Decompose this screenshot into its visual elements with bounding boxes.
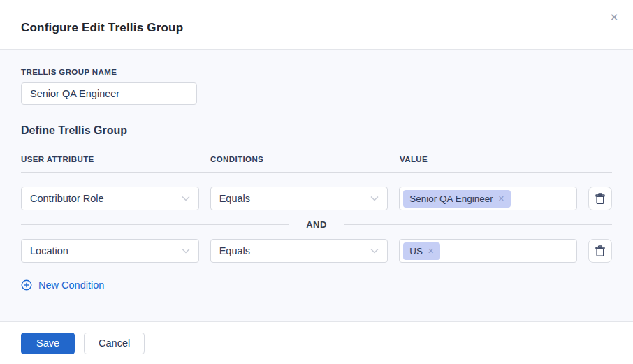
condition-select[interactable]: Equals — [210, 187, 388, 210]
user-attribute-select[interactable]: Location — [21, 239, 199, 263]
condition-selected-value: Equals — [219, 193, 250, 204]
modal-header: Configure Edit Trellis Group ✕ — [0, 0, 633, 50]
separator-line — [21, 224, 289, 225]
chevron-down-icon — [370, 248, 379, 254]
user-attribute-select[interactable]: Contributor Role — [21, 187, 199, 210]
separator-line — [344, 224, 612, 225]
value-column-header: VALUE — [400, 155, 578, 163]
and-label: AND — [289, 219, 344, 230]
value-tag-label: US — [409, 246, 423, 256]
cancel-button[interactable]: Cancel — [84, 333, 145, 354]
conditions-column-headers: USER ATTRIBUTE CONDITIONS VALUE — [21, 155, 612, 173]
value-multiselect[interactable]: US ✕ — [399, 239, 577, 263]
trellis-group-name-field: TRELLIS GROUP NAME — [21, 68, 612, 105]
chevron-down-icon — [182, 196, 190, 201]
modal-footer: Save Cancel — [0, 322, 633, 364]
delete-condition-button[interactable] — [588, 239, 612, 263]
trellis-group-name-input[interactable] — [21, 82, 197, 105]
define-trellis-group-heading: Define Trellis Group — [21, 124, 612, 137]
condition-row: Location Equals US ✕ — [21, 239, 612, 263]
condition-select[interactable]: Equals — [210, 239, 388, 263]
user-attribute-selected-value: Location — [30, 245, 68, 256]
remove-tag-icon[interactable]: ✕ — [498, 195, 504, 203]
delete-condition-button[interactable] — [588, 187, 612, 210]
save-button[interactable]: Save — [21, 333, 75, 354]
chevron-down-icon — [370, 196, 379, 201]
plus-circle-icon — [21, 279, 32, 291]
value-multiselect[interactable]: Senior QA Engineer ✕ — [399, 187, 577, 210]
condition-row: Contributor Role Equals Senior QA Engine… — [21, 187, 612, 210]
chevron-down-icon — [182, 248, 190, 254]
configure-trellis-group-modal: Configure Edit Trellis Group ✕ TRELLIS G… — [0, 0, 633, 364]
user-attribute-selected-value: Contributor Role — [30, 193, 104, 204]
trash-icon — [595, 245, 606, 257]
close-icon[interactable]: ✕ — [606, 9, 623, 26]
modal-body: TRELLIS GROUP NAME Define Trellis Group … — [0, 50, 633, 322]
new-condition-label: New Condition — [38, 279, 104, 291]
modal-title: Configure Edit Trellis Group — [21, 21, 612, 35]
user-attribute-column-header: USER ATTRIBUTE — [21, 155, 199, 163]
value-tag: Senior QA Engineer ✕ — [403, 190, 511, 208]
trash-icon — [595, 193, 606, 205]
trellis-group-name-label: TRELLIS GROUP NAME — [21, 68, 612, 76]
new-condition-button[interactable]: New Condition — [21, 279, 104, 291]
condition-selected-value: Equals — [219, 245, 250, 256]
value-tag-label: Senior QA Engineer — [409, 194, 493, 204]
remove-tag-icon[interactable]: ✕ — [428, 247, 434, 255]
and-separator: AND — [21, 219, 612, 230]
conditions-column-header: CONDITIONS — [210, 155, 388, 163]
value-tag: US ✕ — [403, 242, 440, 260]
